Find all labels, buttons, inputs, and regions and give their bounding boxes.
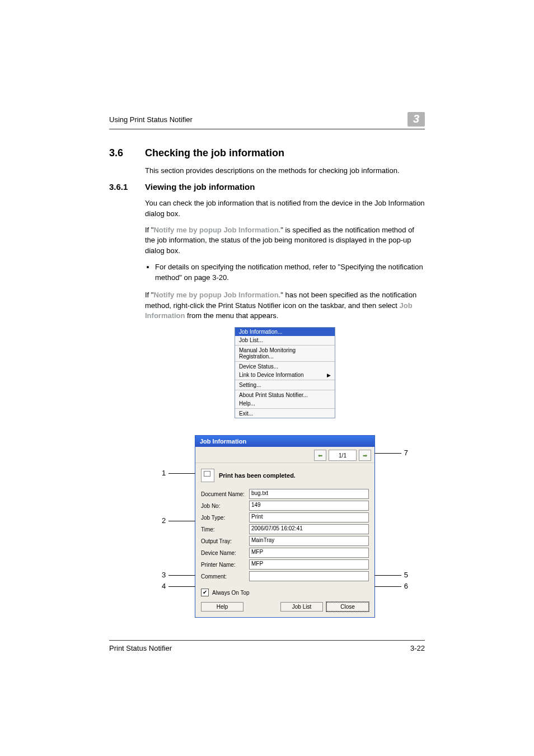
context-menu: Job Information... Job List... Manual Jo… (235, 327, 335, 418)
printer-icon (201, 469, 214, 482)
footer-right: 3-22 (410, 644, 425, 652)
close-button[interactable]: Close (326, 602, 369, 612)
callout-5: 5 (404, 571, 408, 579)
menu-item-exit[interactable]: Exit... (235, 409, 335, 418)
section-number: 3.6 (109, 147, 135, 159)
value-device-name: MFP (249, 548, 369, 558)
footer-left: Print Status Notifier (109, 644, 172, 652)
subsection-number: 3.6.1 (109, 182, 135, 192)
callout-2: 2 (162, 516, 166, 525)
label-document-name: Document Name: (201, 491, 249, 497)
always-on-top-checkbox[interactable]: ✔ (201, 589, 209, 596)
paragraph-3: If "Notify me by popup Job Information."… (145, 290, 425, 322)
value-output-tray: MainTray (249, 536, 369, 546)
menu-item-device-status[interactable]: Device Status... (235, 362, 335, 371)
dialog-figure: Job Information ⬅ 1/1 ➡ Print has been c… (162, 435, 408, 618)
menu-item-help[interactable]: Help... (235, 399, 335, 408)
label-job-type: Job Type: (201, 515, 249, 521)
callout-3: 3 (162, 571, 166, 579)
job-information-dialog: Job Information ⬅ 1/1 ➡ Print has been c… (195, 435, 375, 618)
subsection-title: Viewing the job information (145, 182, 255, 192)
next-page-button[interactable]: ➡ (359, 450, 371, 461)
footer-rule (109, 640, 425, 641)
running-header: Using Print Status Notifier (109, 115, 193, 124)
label-printer-name: Printer Name: (201, 562, 249, 568)
menu-item-about[interactable]: About Print Status Notifier... (235, 391, 335, 399)
callout-6: 6 (404, 582, 408, 590)
callout-4: 4 (162, 582, 166, 590)
menu-item-manual-registration[interactable]: Manual Job Monitoring Registration... (235, 346, 335, 361)
label-time: Time: (201, 526, 249, 533)
bullet-1: For details on specifying the notificati… (155, 262, 425, 283)
value-printer-name: MFP (249, 559, 369, 570)
submenu-arrow-icon: ▶ (327, 372, 331, 378)
label-output-tray: Output Tray: (201, 538, 249, 544)
prev-page-button[interactable]: ⬅ (314, 450, 326, 461)
value-document-name: bug.txt (249, 489, 369, 499)
label-comment: Comment: (201, 573, 249, 580)
section-title: Checking the job information (145, 147, 284, 159)
paragraph-2: If "Notify me by popup Job Information."… (145, 225, 425, 257)
label-job-no: Job No: (201, 503, 249, 509)
dialog-title: Job Information (195, 436, 374, 447)
status-text: Print has been completed. (219, 472, 296, 479)
value-time: 2006/07/05 16:02:41 (249, 524, 369, 534)
value-job-type: Print (249, 512, 369, 522)
value-comment (249, 571, 369, 581)
menu-item-job-information[interactable]: Job Information... (235, 328, 335, 336)
page-indicator: 1/1 (329, 450, 357, 461)
job-list-button[interactable]: Job List (280, 602, 323, 612)
value-job-no: 149 (249, 501, 369, 511)
callout-1: 1 (162, 469, 166, 477)
menu-item-job-list[interactable]: Job List... (235, 336, 335, 344)
help-button[interactable]: Help (201, 602, 243, 612)
paragraph-1: You can check the job information that i… (145, 198, 425, 220)
chapter-badge: 3 (407, 112, 425, 127)
menu-item-link-device-info[interactable]: Link to Device Information▶ (235, 371, 335, 379)
intro-paragraph: This section provides descriptions on th… (145, 166, 425, 176)
callout-7: 7 (404, 449, 408, 457)
label-device-name: Device Name: (201, 550, 249, 556)
menu-item-setting[interactable]: Setting... (235, 381, 335, 389)
always-on-top-label: Always On Top (212, 590, 250, 596)
header-rule (109, 129, 425, 129)
